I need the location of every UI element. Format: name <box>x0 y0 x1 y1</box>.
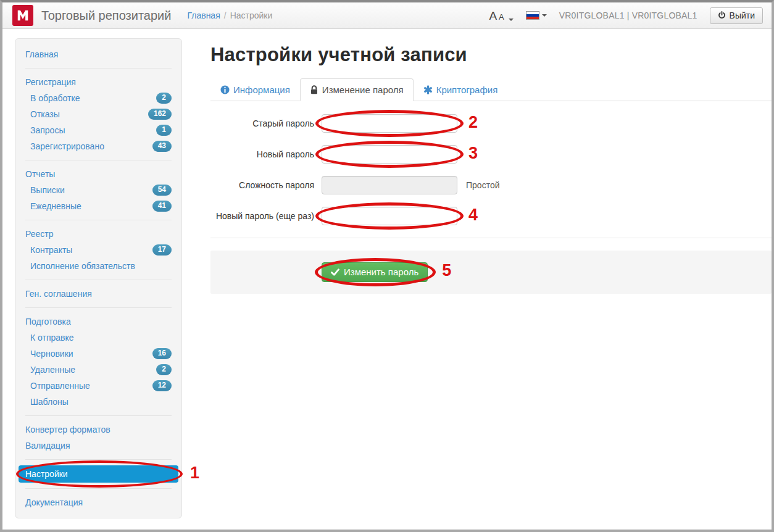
breadcrumb-home-link[interactable]: Главная <box>187 10 220 20</box>
divider <box>25 220 172 220</box>
current-user-label: VR0ITGLOBAL1 | VR0ITGLOBAL1 <box>559 10 697 20</box>
count-badge: 1 <box>156 125 172 136</box>
divider <box>25 488 172 489</box>
sidebar-item-konverter[interactable]: Конвертер форматов <box>15 422 181 438</box>
info-circle-icon <box>220 85 230 94</box>
annotation-number-3: 3 <box>468 144 478 162</box>
divider <box>25 459 172 460</box>
count-badge: 2 <box>156 93 172 104</box>
change-password-form: Старый пароль 2 Новый пароль 3 Сложность… <box>210 101 772 294</box>
font-size-large-glyph: A <box>489 10 497 21</box>
gear-icon <box>423 85 433 94</box>
count-badge: 43 <box>152 141 172 152</box>
password-strength-field <box>322 176 457 194</box>
sidebar-item-nastroyki[interactable]: Настройки <box>19 465 178 483</box>
count-badge: 12 <box>152 380 172 391</box>
sidebar-item-chernoviki[interactable]: Черновики16 <box>15 346 181 362</box>
moex-logo-icon <box>12 5 33 26</box>
sidebar-item-otchety[interactable]: Отчеты <box>15 166 181 182</box>
tab-izmenenie-parolya[interactable]: Изменение пароля <box>300 78 414 101</box>
sidebar-item-vypiski[interactable]: Выписки54 <box>15 182 181 198</box>
form-actions-bar: Изменить пароль 5 <box>210 251 772 294</box>
chevron-down-icon <box>542 14 547 17</box>
logout-label: Выйти <box>730 10 755 20</box>
divider <box>210 238 772 238</box>
old-password-field[interactable] <box>322 114 457 133</box>
annotation-number-5: 5 <box>442 261 451 280</box>
count-badge: 16 <box>152 348 172 359</box>
chevron-down-icon <box>509 19 514 21</box>
divider <box>25 415 172 416</box>
count-badge: 162 <box>148 109 172 120</box>
power-icon <box>718 11 726 19</box>
sidebar-nav: Главная Регистрация В обработке2 Отказы1… <box>15 38 182 518</box>
sidebar-item-gen-soglasheniya[interactable]: Ген. соглашения <box>15 286 181 302</box>
russian-flag-icon <box>526 11 539 20</box>
breadcrumb-current: Настройки <box>230 10 273 20</box>
sidebar-item-zaregistrirovano[interactable]: Зарегистрировано43 <box>15 138 181 154</box>
sidebar-item-kontrakty[interactable]: Контракты17 <box>15 242 181 258</box>
sidebar-item-validaciya[interactable]: Валидация <box>15 438 181 454</box>
divider <box>25 160 172 160</box>
sidebar-item-ispolnenie[interactable]: Исполнение обязательств <box>15 258 181 274</box>
sidebar-item-dokumentaciya[interactable]: Документация <box>15 494 181 510</box>
sidebar-item-registraciya[interactable]: Регистрация <box>15 74 181 90</box>
lock-icon <box>310 85 318 94</box>
account-settings-tabs: Информация Изменение пароля Криптогра <box>210 78 772 101</box>
new-password-label: Новый пароль <box>210 149 314 159</box>
logout-button[interactable]: Выйти <box>710 7 763 24</box>
count-badge: 41 <box>152 201 172 212</box>
divider <box>25 68 172 69</box>
annotation-number-4: 4 <box>468 206 478 224</box>
sidebar-item-otkazy[interactable]: Отказы162 <box>15 106 181 122</box>
password-strength-label: Сложность пароля <box>210 180 314 190</box>
sidebar-item-podgotovka[interactable]: Подготовка <box>15 314 181 330</box>
old-password-label: Старый пароль <box>210 118 314 128</box>
divider <box>25 307 172 308</box>
page-title: Настройки учетной записи <box>210 44 772 66</box>
top-header: Торговый репозитарий Главная/Настройки A… <box>2 2 772 29</box>
count-badge: 2 <box>156 364 172 375</box>
repeat-password-label: Новый пароль (еще раз) <box>210 211 314 221</box>
sidebar-item-v-obrabotke[interactable]: В обработке2 <box>15 90 181 106</box>
sidebar-item-reestr[interactable]: Реестр <box>15 226 181 242</box>
sidebar-item-udalennye[interactable]: Удаленные2 <box>15 362 181 378</box>
app-title: Торговый репозитарий <box>41 9 171 23</box>
font-size-small-glyph: A <box>499 13 504 21</box>
sidebar-item-zaprosy[interactable]: Запросы1 <box>15 122 181 138</box>
checkmark-icon <box>331 268 339 276</box>
sidebar-item-otpravlennye[interactable]: Отправленные12 <box>15 378 181 394</box>
sidebar-item-shablony[interactable]: Шаблоны <box>15 394 181 410</box>
tab-kriptografiya[interactable]: Криптография <box>414 78 508 101</box>
font-size-selector[interactable]: AA <box>489 10 513 21</box>
repeat-password-field[interactable] <box>322 207 457 225</box>
annotation-number-1: 1 <box>190 463 199 482</box>
sidebar-item-k-otpravke[interactable]: К отправке <box>15 330 181 346</box>
sidebar-item-ezhednevnye[interactable]: Ежедневные41 <box>15 198 181 214</box>
annotation-number-2: 2 <box>468 113 478 131</box>
change-password-button[interactable]: Изменить пароль <box>322 262 428 282</box>
sidebar-item-glavnaya[interactable]: Главная <box>15 46 181 62</box>
breadcrumb: Главная/Настройки <box>187 10 272 20</box>
new-password-field[interactable] <box>322 145 457 164</box>
main-content: Настройки учетной записи Информация Изме… <box>182 29 772 294</box>
count-badge: 54 <box>152 185 172 196</box>
password-strength-value: Простой <box>466 180 500 190</box>
tab-informaciya[interactable]: Информация <box>210 78 300 101</box>
divider <box>25 280 172 280</box>
count-badge: 17 <box>152 244 172 256</box>
breadcrumb-separator: / <box>224 10 227 20</box>
language-selector[interactable] <box>526 11 547 20</box>
